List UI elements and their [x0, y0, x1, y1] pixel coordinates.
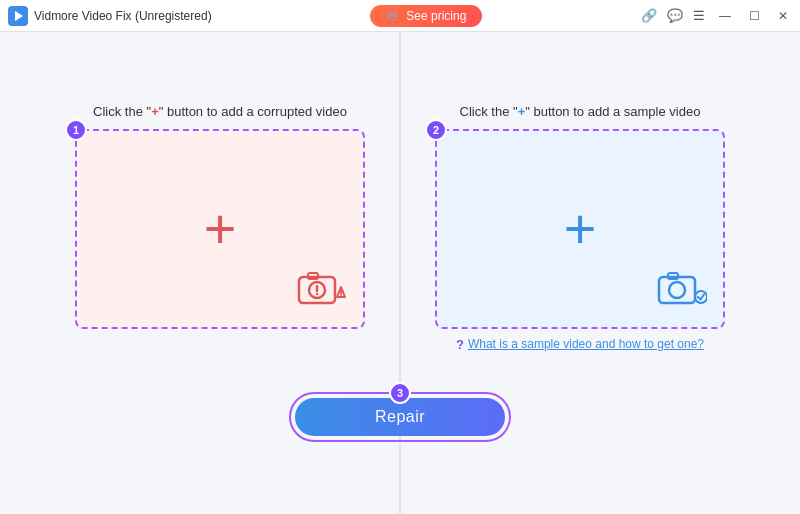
svg-point-13 — [695, 291, 707, 303]
left-plus-indicator: + — [151, 104, 159, 119]
sample-camera-icon — [655, 269, 707, 309]
right-badge: 2 — [425, 119, 447, 141]
right-panel-label: Click the "+" button to add a sample vid… — [460, 104, 701, 119]
right-plus-indicator: + — [518, 104, 526, 119]
svg-point-9 — [340, 295, 342, 297]
see-pricing-label: See pricing — [406, 9, 466, 23]
cart-icon: 🛒 — [386, 9, 401, 23]
right-panel-section: Click the "+" button to add a sample vid… — [400, 104, 760, 352]
sample-video-help-link[interactable]: What is a sample video and how to get on… — [468, 337, 704, 351]
right-panel-wrapper: 2 + — [435, 129, 725, 329]
help-question-icon: ? — [456, 337, 464, 352]
svg-point-6 — [316, 293, 318, 295]
see-pricing-button[interactable]: 🛒 See pricing — [370, 5, 482, 27]
repair-button-wrapper: 3 Repair — [289, 392, 511, 442]
minimize-button[interactable]: — — [715, 7, 735, 25]
left-panel-section: Click the "+" button to add a corrupted … — [40, 104, 400, 329]
add-corrupted-video-panel[interactable]: + — [75, 129, 365, 329]
menu-icon[interactable]: ☰ — [693, 8, 705, 23]
titlebar-center: 🛒 See pricing — [212, 5, 641, 27]
add-corrupted-plus-icon: + — [204, 201, 237, 257]
chat-icon[interactable]: 💬 — [667, 8, 683, 23]
close-button[interactable]: ✕ — [774, 7, 792, 25]
repair-badge: 3 — [389, 382, 411, 404]
titlebar: Vidmore Video Fix (Unregistered) 🛒 See p… — [0, 0, 800, 32]
left-panel-label: Click the "+" button to add a corrupted … — [93, 104, 347, 119]
main-content: Click the "+" button to add a corrupted … — [0, 32, 800, 514]
corrupted-camera-icon — [295, 269, 347, 309]
left-badge: 1 — [65, 119, 87, 141]
svg-point-11 — [669, 282, 685, 298]
add-sample-video-panel[interactable]: + — [435, 129, 725, 329]
left-panel-wrapper: 1 + — [75, 129, 365, 329]
repair-section: 3 Repair — [289, 392, 511, 442]
titlebar-right: 🔗 💬 ☰ — ☐ ✕ — [641, 7, 792, 25]
sample-help-section: ? What is a sample video and how to get … — [456, 337, 704, 352]
add-sample-plus-icon: + — [564, 201, 597, 257]
link-icon[interactable]: 🔗 — [641, 8, 657, 23]
app-title: Vidmore Video Fix (Unregistered) — [34, 9, 212, 23]
app-logo-icon — [8, 6, 28, 26]
titlebar-left: Vidmore Video Fix (Unregistered) — [8, 6, 212, 26]
maximize-button[interactable]: ☐ — [745, 7, 764, 25]
